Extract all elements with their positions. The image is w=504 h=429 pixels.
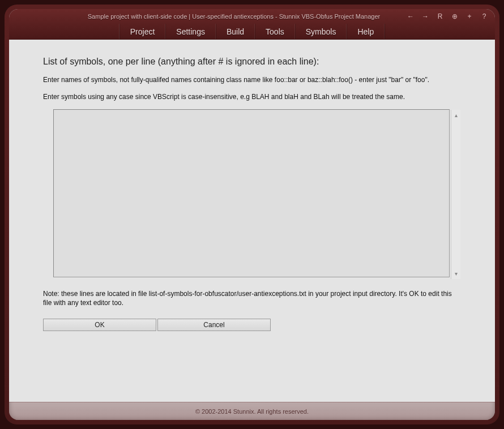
menu-tools[interactable]: Tools	[255, 24, 295, 39]
menu-symbols[interactable]: Symbols	[295, 24, 347, 39]
scroll-down-icon[interactable]: ▾	[455, 271, 458, 277]
description-2: Enter symbols using any case since VBScr…	[43, 93, 461, 102]
window-title: Sample project with client-side code | U…	[61, 13, 407, 20]
reload-icon[interactable]: R	[436, 12, 444, 20]
textarea-wrapper: ▴ ▾	[53, 109, 461, 280]
footer: © 2002-2014 Stunnix. All rights reserved…	[9, 402, 495, 420]
help-icon[interactable]: ?	[480, 12, 488, 20]
menu-project[interactable]: Project	[119, 24, 166, 39]
menu-help[interactable]: Help	[347, 24, 385, 39]
titlebar: Sample project with client-side code | U…	[9, 9, 495, 24]
scrollbar[interactable]: ▴ ▾	[451, 110, 460, 279]
cancel-button[interactable]: Cancel	[157, 319, 271, 331]
button-row: OK Cancel	[43, 319, 461, 331]
plus-icon[interactable]: +	[465, 12, 473, 20]
app-window: Sample project with client-side code | U…	[9, 9, 495, 420]
symbols-input[interactable]	[53, 109, 450, 277]
note-text: Note: these lines are located in file li…	[43, 290, 461, 307]
titlebar-icons: ← → R ⊕ + ?	[407, 12, 488, 20]
forward-icon[interactable]: →	[421, 12, 429, 20]
footer-text: © 2002-2014 Stunnix. All rights reserved…	[195, 408, 309, 415]
ok-button[interactable]: OK	[43, 319, 156, 331]
back-icon[interactable]: ←	[407, 12, 415, 20]
menu-build[interactable]: Build	[216, 24, 255, 39]
zoom-icon[interactable]: ⊕	[451, 12, 459, 20]
menubar: Project Settings Build Tools Symbols Hel…	[9, 24, 495, 40]
page-heading: List of symbols, one per line (anything …	[43, 57, 461, 67]
menu-settings[interactable]: Settings	[165, 24, 216, 39]
description-1: Enter names of symbols, not fully-qualif…	[43, 76, 461, 85]
content-area: List of symbols, one per line (anything …	[9, 40, 495, 402]
scroll-up-icon[interactable]: ▴	[455, 112, 458, 118]
